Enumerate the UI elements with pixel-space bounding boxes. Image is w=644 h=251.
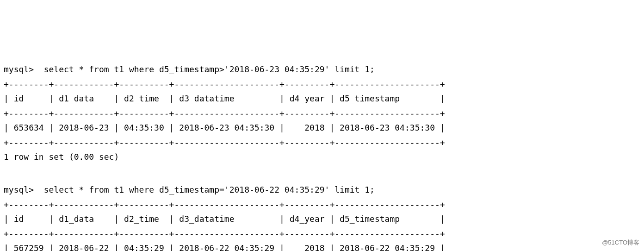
result-footer: 1 row in set (0.00 sec) [4,150,640,164]
table-border-bottom: +--------+------------+----------+------… [4,135,640,150]
query-block-1: mysql> select * from t1 where d5_timesta… [4,62,640,164]
watermark-text: @51CTO博客 [602,238,639,248]
prompt-line[interactable]: mysql> select * from t1 where d5_timesta… [4,62,640,77]
table-header: | id | d1_data | d2_time | d3_datatime |… [4,212,640,226]
prompt-line[interactable]: mysql> select * from t1 where d5_timesta… [4,182,640,197]
table-border-mid: +--------+------------+----------+------… [4,106,640,121]
table-row: | 653634 | 2018-06-23 | 04:35:30 | 2018-… [4,120,640,135]
query-block-2: mysql> select * from t1 where d5_timesta… [4,182,640,251]
sql-query: select * from t1 where d5_timestamp='201… [39,185,375,195]
mysql-prompt: mysql> [4,185,39,195]
table-row: | 567259 | 2018-06-22 | 04:35:29 | 2018-… [4,241,640,251]
sql-query: select * from t1 where d5_timestamp>'201… [39,64,375,74]
table-border-top: +--------+------------+----------+------… [4,77,640,92]
table-border-mid: +--------+------------+----------+------… [4,226,640,241]
table-border-top: +--------+------------+----------+------… [4,197,640,212]
mysql-prompt: mysql> [4,64,39,74]
table-header: | id | d1_data | d2_time | d3_datatime |… [4,91,640,106]
